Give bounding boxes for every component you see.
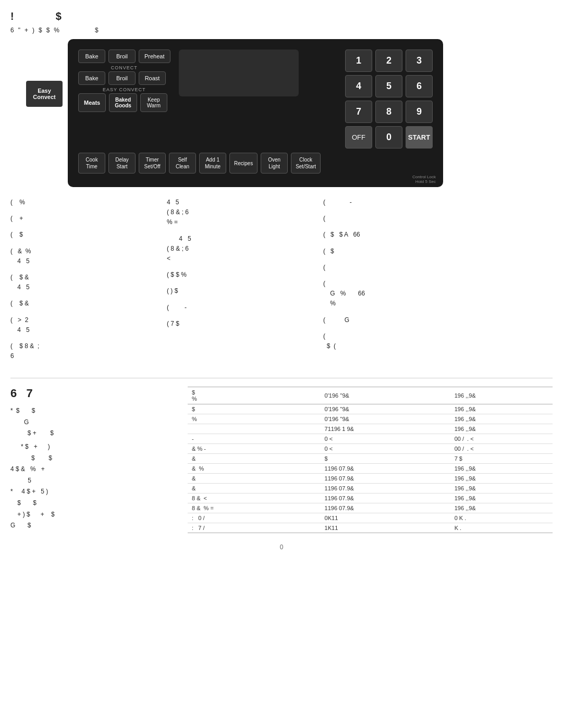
btn-off[interactable]: OFF [345, 126, 372, 149]
num-btn-0[interactable]: 0 [375, 126, 402, 149]
left-4-pct: % [26, 248, 31, 255]
btn-broil-preheat[interactable]: Broil [108, 50, 136, 63]
btn-bake-convect[interactable]: Bake [78, 71, 105, 85]
left-5-dollar-amp: $ & [19, 274, 29, 281]
btn-baked-goods[interactable]: BakedGoods [109, 93, 137, 112]
r6-pct2: % [330, 300, 336, 307]
num-btn-9[interactable]: 9 [406, 101, 433, 123]
th-col2 [291, 387, 320, 404]
left-8-dollar-amp: $ 8 & [19, 342, 34, 350]
num-btn-7[interactable]: 7 [345, 101, 372, 123]
left-7-2: 2 [25, 316, 29, 324]
td-11-0: 8 & % = [188, 503, 291, 513]
r5-paren: ( [323, 264, 325, 271]
btn-roast-convect[interactable]: Roast [139, 71, 166, 85]
mid-5-dash: - [185, 304, 187, 311]
left-7-4: 4 [17, 326, 21, 334]
td-9-0: & [188, 484, 291, 493]
spec-sub-2a: $ $ [10, 453, 177, 464]
td-11-2: 1196 07.9& [321, 503, 450, 513]
left-8-paren: ( [10, 342, 13, 350]
mid-row-5: ( - [167, 303, 313, 313]
table-row: 8 & % = 1196 07.9& 196 ,,9& [188, 503, 553, 513]
left-5-5: 5 [26, 283, 30, 291]
td-7-0: & % [188, 464, 291, 474]
left-7-paren: ( [10, 316, 13, 324]
header-plus: + [25, 27, 28, 34]
btn-keep-warm[interactable]: KeepWarm [140, 93, 167, 112]
r2-paren: ( [323, 215, 325, 222]
table-row: - 0 < 00 / . < [188, 434, 553, 444]
btn-start[interactable]: START [406, 126, 433, 149]
left-4-5: 5 [26, 257, 30, 265]
table-body: $ 0'196 ''9& 196 ,,9& % 0'196 ''9& 196 ,… [188, 404, 553, 533]
td-7-2: 1196 07.9& [321, 464, 450, 474]
num-btn-4[interactable]: 4 [345, 75, 372, 97]
display-screen [179, 50, 299, 96]
left-5-paren: ( [10, 274, 13, 281]
td-2-1 [291, 414, 320, 424]
header-percent: % [54, 27, 59, 34]
td-9-1 [291, 484, 320, 493]
th-col3: 0'196 ''9& [321, 387, 450, 404]
left-3-dollar: $ [19, 231, 23, 238]
top-symbols: ! $ [10, 10, 553, 22]
mid-2-lt: < [167, 255, 170, 262]
td-6-0: & [188, 454, 291, 464]
btn-self-clean[interactable]: SelfClean [169, 153, 196, 174]
left-7-gt: > [18, 316, 21, 324]
spec-item-6: G $ [10, 520, 177, 532]
mid-2-5: 5 [188, 235, 191, 242]
r6-pct: % [340, 290, 346, 297]
btn-recipes[interactable]: Recipes [229, 153, 258, 174]
btn-preheat[interactable]: Preheat [139, 50, 170, 63]
mid-2-4: 4 [179, 235, 182, 242]
left-2-paren: ( [10, 215, 13, 222]
data-table: $% 0'196 ''9& 196 ,,9& $ 0'196 ''9& 196 … [188, 387, 553, 533]
header-dollar2: $ [46, 27, 50, 34]
right-column: ( - ( ( $ $ A 66 ( $ ( ( G % 66 [323, 198, 553, 367]
btn-clock-setstart[interactable]: ClockSet/Start [291, 153, 321, 174]
r3-dollar: $ [331, 231, 334, 238]
mid-row-4: ( ) $ [167, 286, 313, 296]
left-6-dollar-amp: $ & [19, 300, 29, 307]
btn-meats[interactable]: Meats [78, 93, 106, 112]
table-row: $ 0'196 ''9& 196 ,,9& [188, 404, 553, 414]
right-row-7: ( G [323, 315, 553, 325]
num-btn-8[interactable]: 8 [375, 101, 402, 123]
num-btn-6[interactable]: 6 [406, 75, 433, 97]
btn-delay-start[interactable]: DelayStart [108, 153, 136, 174]
btn-cook-time[interactable]: CookTime [78, 153, 105, 174]
left-3-paren: ( [10, 231, 13, 238]
r3-paren: ( [323, 231, 325, 238]
mid-1-sub1: ( 8 & ; 6 [167, 208, 189, 216]
right-row-1: ( - [323, 198, 553, 207]
spec-star-1: * [10, 405, 13, 417]
right-row-8: ( $ ( [323, 331, 553, 351]
left-7-5: 5 [26, 326, 30, 334]
num-btn-3[interactable]: 3 [406, 50, 433, 72]
right-row-3: ( $ $ A 66 [323, 230, 553, 240]
right-row-5: ( [323, 263, 553, 273]
function-buttons: CookTime DelayStart TimerSet/Off SelfCle… [78, 153, 433, 174]
easy-convect-section: EASY CONVECT Meats BakedGoods KeepWarm [78, 87, 170, 112]
btn-oven-light[interactable]: OvenLight [261, 153, 288, 174]
page-number: 0 [10, 544, 553, 551]
r4-dollar: $ [331, 248, 334, 255]
num-btn-1[interactable]: 1 [345, 50, 372, 72]
btn-timer-setoff[interactable]: TimerSet/Off [139, 153, 166, 174]
num-btn-5[interactable]: 5 [375, 75, 402, 97]
btn-broil-convect[interactable]: Broil [108, 71, 136, 85]
left-8-semi: ; [38, 342, 39, 350]
td-10-3: 196 ,,9& [450, 493, 553, 503]
td-3-2: 71196 1 9& [321, 424, 450, 434]
td-5-3: 00 / . < [450, 444, 553, 454]
btn-add-1-minute[interactable]: Add 1Minute [199, 153, 226, 174]
btn-bake-preheat[interactable]: Bake [78, 50, 105, 63]
td-12-2: 0K11 [321, 513, 450, 523]
r7-G: G [345, 316, 349, 324]
td-2-2: 0'196 ''9& [321, 414, 450, 424]
header-quote: " [18, 27, 20, 34]
td-1-2: 0'196 ''9& [321, 404, 450, 414]
num-btn-2[interactable]: 2 [375, 50, 402, 72]
